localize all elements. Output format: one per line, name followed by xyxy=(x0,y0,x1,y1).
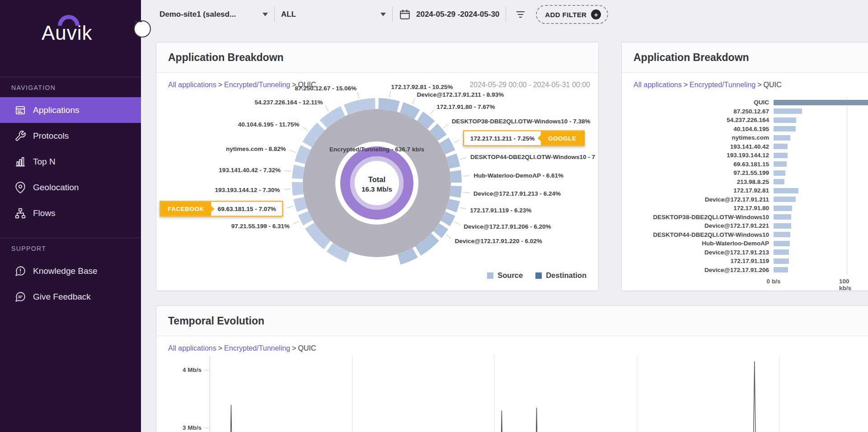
label-leader-line xyxy=(454,140,459,143)
donut-segment[interactable] xyxy=(299,198,302,210)
donut-segment[interactable] xyxy=(451,155,455,168)
sidebar-item-label: Applications xyxy=(33,105,79,115)
donut-segment[interactable] xyxy=(437,226,444,235)
bar[interactable] xyxy=(774,126,796,131)
label-leader-line xyxy=(460,207,466,209)
donut-segment[interactable] xyxy=(297,166,299,178)
legend-item-source[interactable]: Source xyxy=(487,271,523,280)
sidebar-item-protocols[interactable]: Protocols xyxy=(0,123,141,149)
bar-label: 40.104.6.195 xyxy=(633,126,769,132)
bar[interactable] xyxy=(774,161,787,167)
donut-segment[interactable] xyxy=(346,103,375,110)
donut-segment[interactable] xyxy=(434,127,442,138)
bar-row: Hub-Waterloo-DemoAP xyxy=(633,239,862,248)
bar[interactable] xyxy=(774,214,791,220)
bar[interactable] xyxy=(774,144,788,149)
bar[interactable] xyxy=(774,179,784,184)
donut-segment-unlabeled[interactable] xyxy=(399,253,415,259)
donut-segment[interactable] xyxy=(379,103,399,107)
chevron-down-icon xyxy=(263,13,268,16)
sidebar-item-give-feedback[interactable]: Give Feedback xyxy=(0,284,141,310)
bar[interactable] xyxy=(774,206,792,211)
bar-track xyxy=(774,126,862,131)
donut-segment[interactable] xyxy=(455,186,456,197)
bar-label: 87.250.12.67 xyxy=(633,108,769,115)
site-dropdown[interactable]: Demo-site1 (salesd... xyxy=(160,10,268,19)
temporal-evolution-chart[interactable] xyxy=(156,356,868,432)
date-range-picker[interactable]: 2024-05-29 -2024-05-30 xyxy=(399,9,499,20)
scope-dropdown-value: ALL xyxy=(281,10,296,19)
bar[interactable] xyxy=(774,188,798,193)
bar[interactable] xyxy=(774,170,785,176)
inner-ring-label: Encrypted/Tunneling - 636.7 kb/s xyxy=(329,146,424,153)
sidebar-item-applications[interactable]: Applications xyxy=(0,97,141,123)
knowledge-icon xyxy=(14,265,26,277)
legend-item-destination[interactable]: Destination xyxy=(535,271,586,280)
bar[interactable] xyxy=(774,232,790,237)
bar[interactable] xyxy=(774,100,868,105)
donut-segment[interactable] xyxy=(297,182,298,195)
label-leader-line xyxy=(287,206,293,208)
donut-segment[interactable] xyxy=(451,200,455,211)
donut-segment[interactable] xyxy=(303,213,308,223)
bar-label: nytimes.com xyxy=(633,134,769,141)
sidebar-section-header: SUPPORT xyxy=(0,238,141,258)
bar-row: 87.250.12.67 xyxy=(633,107,862,116)
label-leader-line xyxy=(357,92,359,99)
bar[interactable] xyxy=(774,117,796,123)
add-filter-button[interactable]: ADD FILTER + xyxy=(536,5,608,24)
bar-chart-x-axis: 0 b/s 100 kb/s xyxy=(633,278,862,286)
breadcrumb: All applications>Encrypted/Tunneling>QUI… xyxy=(633,81,782,89)
legend-label: Destination xyxy=(546,271,586,280)
donut-segment[interactable] xyxy=(420,116,431,125)
sidebar-item-label: Geolocation xyxy=(33,183,79,193)
bar[interactable] xyxy=(774,197,796,202)
breadcrumb-link[interactable]: All applications xyxy=(633,81,682,89)
breadcrumb-link[interactable]: All applications xyxy=(168,344,216,352)
donut-segment[interactable] xyxy=(300,147,306,163)
sidebar-item-flows[interactable]: Flows xyxy=(0,200,141,226)
bar[interactable] xyxy=(774,258,789,264)
auvik-logo[interactable]: Auvik xyxy=(42,22,93,44)
bar-label: 193.141.40.42 xyxy=(633,143,769,150)
bar-track xyxy=(774,258,862,264)
bar[interactable] xyxy=(774,241,790,246)
donut-segment[interactable] xyxy=(444,141,450,152)
bar[interactable] xyxy=(774,249,789,255)
scope-dropdown[interactable]: ALL xyxy=(281,10,386,19)
bar-track xyxy=(774,170,862,176)
bar-track xyxy=(774,135,862,141)
bar[interactable] xyxy=(774,267,788,272)
breadcrumb-link[interactable]: Encrypted/Tunneling xyxy=(224,344,290,352)
application-breakdown-donut-chart[interactable] xyxy=(156,42,599,291)
bar[interactable] xyxy=(774,223,791,229)
breadcrumb-separator: > xyxy=(292,344,296,352)
bar[interactable] xyxy=(774,135,790,141)
bar[interactable] xyxy=(774,153,788,158)
map-pin-icon xyxy=(14,182,26,193)
sidebar-item-geolocation[interactable]: Geolocation xyxy=(0,174,141,200)
sidebar-item-top-n[interactable]: Top N xyxy=(0,149,141,174)
bar-label: 69.63.181.15 xyxy=(633,161,769,168)
breadcrumb: All applications>Encrypted/Tunneling>QUI… xyxy=(168,344,316,352)
bar-label: 213.98.8.25 xyxy=(633,178,769,185)
filter-icon[interactable] xyxy=(515,9,526,20)
site-dropdown-value: Demo-site1 (salesd... xyxy=(160,10,236,19)
donut-segment[interactable] xyxy=(455,171,456,183)
bar[interactable] xyxy=(774,108,802,114)
donut-segment[interactable] xyxy=(446,214,450,223)
bar-chart[interactable]: QUIC87.250.12.6754.237.226.16440.104.6.1… xyxy=(633,98,862,274)
bar-track xyxy=(774,117,862,123)
breadcrumb-current: QUIC xyxy=(764,81,782,89)
label-leader-line xyxy=(389,91,390,97)
donut-segment[interactable] xyxy=(402,108,417,115)
sidebar-item-knowledge-base[interactable]: Knowledge Base xyxy=(0,258,141,284)
breadcrumb-separator: > xyxy=(757,81,761,89)
bar-row: 172.17.91.80 xyxy=(633,204,862,213)
label-leader-line xyxy=(463,176,469,176)
temporal-evolution-card: Temporal Evolution All applications>Encr… xyxy=(156,305,868,432)
source-swatch xyxy=(487,272,493,279)
sidebar-toggle-button[interactable] xyxy=(134,20,151,38)
label-leader-line xyxy=(446,235,451,239)
breadcrumb-link[interactable]: Encrypted/Tunneling xyxy=(690,81,755,89)
